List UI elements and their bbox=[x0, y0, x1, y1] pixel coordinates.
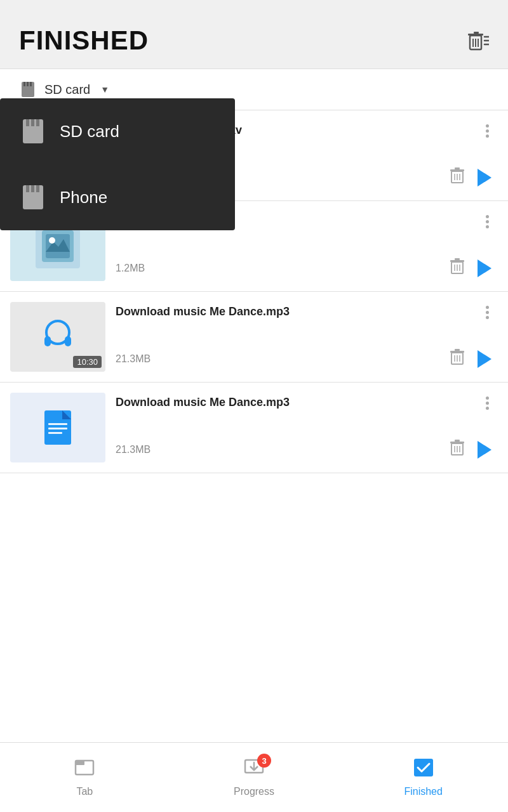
dot bbox=[486, 225, 489, 228]
play-triangle-icon bbox=[478, 169, 491, 187]
svg-rect-1 bbox=[468, 34, 483, 36]
doc-thumb-icon bbox=[36, 405, 80, 450]
thumbnail-audio: 10:30 bbox=[10, 302, 105, 372]
item-size: 21.3MB bbox=[116, 353, 150, 365]
play-triangle-icon bbox=[478, 350, 491, 368]
svg-rect-19 bbox=[31, 185, 34, 192]
play-button[interactable] bbox=[478, 169, 491, 187]
item-info: Download music Me Dance.mp3 21.3MB bbox=[105, 393, 498, 462]
item-size: 21.3MB bbox=[116, 444, 150, 455]
svg-rect-46 bbox=[450, 351, 464, 353]
svg-rect-11 bbox=[27, 82, 29, 86]
nav-item-tab[interactable]: Tab bbox=[0, 757, 170, 797]
thumbnail-doc bbox=[10, 393, 105, 462]
finished-icon bbox=[413, 757, 434, 782]
table-row: Download music Me Dance.mp3 21.3MB bbox=[0, 383, 508, 473]
item-bottom: 21.3MB bbox=[116, 440, 491, 460]
svg-rect-47 bbox=[455, 349, 460, 351]
svg-rect-15 bbox=[31, 119, 34, 126]
item-info: Download music Me Dance.mp3 21.3MB bbox=[105, 302, 498, 372]
audio-thumb-icon bbox=[36, 315, 80, 359]
progress-icon: 3 bbox=[243, 757, 265, 782]
content-area: FINISHED SD card ▼ bbox=[0, 0, 508, 742]
svg-rect-36 bbox=[450, 260, 464, 262]
dot bbox=[486, 311, 489, 314]
storage-dropdown-menu: SD card Phone bbox=[0, 98, 235, 230]
svg-rect-18 bbox=[26, 185, 29, 192]
clear-all-button[interactable] bbox=[466, 30, 489, 51]
svg-rect-14 bbox=[26, 119, 29, 126]
dot bbox=[486, 396, 489, 400]
item-actions bbox=[450, 167, 491, 188]
svg-rect-26 bbox=[455, 167, 460, 169]
image-thumb-icon bbox=[36, 224, 80, 268]
more-options-button[interactable] bbox=[483, 214, 491, 230]
delete-button[interactable] bbox=[450, 258, 465, 278]
bottom-navigation: Tab 3 Progress Finished bbox=[0, 742, 508, 812]
dropdown-item-phone[interactable]: Phone bbox=[0, 164, 235, 230]
play-button[interactable] bbox=[478, 259, 491, 277]
svg-rect-44 bbox=[65, 336, 71, 346]
dot bbox=[486, 220, 489, 223]
svg-rect-64 bbox=[76, 761, 84, 765]
svg-rect-56 bbox=[48, 432, 62, 434]
dot bbox=[486, 129, 489, 133]
item-name: Download music Me Dance.mp3 bbox=[116, 395, 483, 410]
dot bbox=[486, 215, 489, 218]
nav-item-finished[interactable]: Finished bbox=[338, 757, 508, 797]
svg-rect-58 bbox=[450, 442, 464, 443]
nav-item-progress[interactable]: 3 Progress bbox=[170, 757, 339, 797]
svg-rect-10 bbox=[23, 82, 25, 86]
more-options-button[interactable] bbox=[483, 395, 491, 411]
more-options-button[interactable] bbox=[483, 123, 491, 139]
svg-rect-59 bbox=[455, 440, 460, 442]
dropdown-item-sd[interactable]: SD card bbox=[0, 98, 235, 164]
nav-tab-label: Tab bbox=[76, 786, 93, 797]
svg-rect-54 bbox=[48, 423, 67, 425]
item-size: 1.2MB bbox=[116, 263, 145, 274]
svg-rect-43 bbox=[44, 336, 51, 346]
table-row: 10:30 Download music Me Dance.mp3 21.3MB bbox=[0, 292, 508, 383]
sd-card-icon bbox=[19, 81, 37, 98]
svg-rect-2 bbox=[474, 32, 479, 34]
dot bbox=[486, 407, 489, 410]
item-top: Download music Me Dance.mp3 bbox=[116, 395, 491, 411]
tab-icon bbox=[74, 757, 95, 782]
play-button[interactable] bbox=[478, 441, 491, 459]
progress-badge: 3 bbox=[257, 754, 271, 768]
play-triangle-icon bbox=[478, 259, 491, 277]
dot bbox=[486, 134, 489, 138]
delete-button[interactable] bbox=[450, 349, 465, 369]
item-actions bbox=[450, 440, 491, 460]
svg-rect-16 bbox=[36, 119, 39, 126]
duration-badge: 10:30 bbox=[73, 356, 102, 368]
more-options-button[interactable] bbox=[483, 304, 491, 320]
nav-progress-label: Progress bbox=[234, 786, 274, 797]
svg-point-34 bbox=[49, 237, 55, 244]
page-title: FINISHED bbox=[19, 25, 149, 56]
svg-rect-12 bbox=[30, 82, 32, 86]
dot bbox=[486, 402, 489, 405]
storage-label: SD card bbox=[44, 82, 90, 97]
dot bbox=[486, 124, 489, 128]
svg-rect-20 bbox=[36, 185, 39, 192]
item-actions bbox=[450, 258, 491, 278]
nav-finished-label: Finished bbox=[404, 786, 442, 797]
dot bbox=[486, 306, 489, 309]
phone-option-icon bbox=[19, 183, 47, 211]
item-name: Download music Me Dance.mp3 bbox=[116, 304, 483, 319]
item-bottom: 1.2MB bbox=[116, 258, 491, 278]
sd-card-option-icon bbox=[19, 117, 47, 145]
play-button[interactable] bbox=[478, 350, 491, 368]
item-top: Download music Me Dance.mp3 bbox=[116, 304, 491, 320]
dropdown-arrow-icon: ▼ bbox=[100, 84, 109, 95]
dropdown-item-phone-label: Phone bbox=[60, 188, 107, 207]
delete-button[interactable] bbox=[450, 440, 465, 460]
dropdown-item-sd-label: SD card bbox=[60, 122, 119, 141]
item-actions bbox=[450, 349, 491, 369]
delete-button[interactable] bbox=[450, 167, 465, 188]
dot bbox=[486, 316, 489, 319]
svg-rect-55 bbox=[48, 428, 67, 429]
play-triangle-icon bbox=[478, 441, 491, 459]
svg-rect-37 bbox=[455, 258, 460, 260]
